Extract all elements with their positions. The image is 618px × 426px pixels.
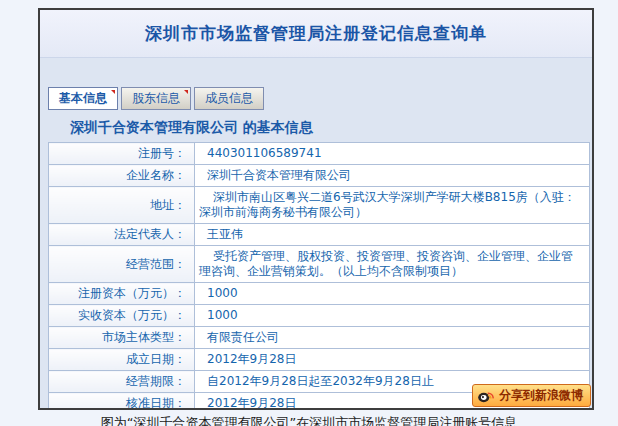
title-band: 深圳市市场监督管理局注册登记信息查询单 [40, 10, 592, 58]
share-to-weibo-button[interactable]: 分享到新浪微博 [472, 384, 591, 407]
row-label: 地址： [49, 187, 195, 224]
row-label: 核准日期： [49, 393, 195, 411]
row-label: 市场主体类型： [49, 327, 195, 349]
row-value: 深圳千合资本管理有限公司 [195, 165, 590, 187]
row-label: 法定代表人： [49, 224, 195, 246]
table-row: 企业名称：深圳千合资本管理有限公司 [49, 165, 590, 187]
row-label: 注册资本（万元）： [49, 283, 195, 305]
bottom-caption: 图为“深圳千合资本管理有限公司”在深圳市市场监督管理局注册账号信息 [0, 414, 618, 426]
table-row: 注册号：440301106589741 [49, 143, 590, 165]
new-marker-icon [111, 90, 115, 94]
info-table-body: 注册号：440301106589741企业名称：深圳千合资本管理有限公司地址：深… [49, 143, 590, 411]
row-value: 1000 [195, 283, 590, 305]
row-value: 受托资产管理、股权投资、投资管理、投资咨询、企业管理、企业管理咨询、企业营销策划… [195, 246, 590, 283]
row-label: 实收资本（万元）： [49, 305, 195, 327]
table-row: 法定代表人：王亚伟 [49, 224, 590, 246]
tab-shareholder-info[interactable]: 股东信息 [121, 87, 191, 110]
row-value: 王亚伟 [195, 224, 590, 246]
row-label: 注册号： [49, 143, 195, 165]
row-label: 成立日期： [49, 349, 195, 371]
row-value: 2012年9月28日 [195, 349, 590, 371]
new-marker-icon [184, 90, 188, 94]
table-row: 成立日期：2012年9月28日 [49, 349, 590, 371]
tab-label: 成员信息 [205, 91, 253, 105]
share-button-label: 分享到新浪微博 [499, 387, 583, 404]
info-table: 注册号：440301106589741企业名称：深圳千合资本管理有限公司地址：深… [48, 142, 590, 410]
row-label: 经营期限： [49, 371, 195, 393]
table-row: 注册资本（万元）：1000 [49, 283, 590, 305]
row-value: 深圳市南山区粤兴二道6号武汉大学深圳产学研大楼B815房（入驻：深圳市前海商务秘… [195, 187, 590, 224]
section-title: 深圳千合资本管理有限公司 的基本信息 [70, 119, 592, 137]
tab-label: 基本信息 [59, 91, 107, 105]
row-value: 440301106589741 [195, 143, 590, 165]
query-panel: 深圳市市场监督管理局注册登记信息查询单 基本信息股东信息成员信息 深圳千合资本管… [38, 8, 594, 410]
page-title: 深圳市市场监督管理局注册登记信息查询单 [145, 22, 487, 45]
row-label: 企业名称： [49, 165, 195, 187]
tab-bar: 基本信息股东信息成员信息 [48, 87, 592, 110]
weibo-icon [477, 388, 495, 403]
table-row: 市场主体类型：有限责任公司 [49, 327, 590, 349]
row-value: 1000 [195, 305, 590, 327]
table-row: 经营范围：受托资产管理、股权投资、投资管理、投资咨询、企业管理、企业管理咨询、企… [49, 246, 590, 283]
tab-member-info[interactable]: 成员信息 [194, 87, 264, 110]
tab-basic-info[interactable]: 基本信息 [48, 87, 118, 110]
row-value: 有限责任公司 [195, 327, 590, 349]
table-row: 实收资本（万元）：1000 [49, 305, 590, 327]
row-label: 经营范围： [49, 246, 195, 283]
table-row: 地址：深圳市南山区粤兴二道6号武汉大学深圳产学研大楼B815房（入驻：深圳市前海… [49, 187, 590, 224]
tab-label: 股东信息 [132, 91, 180, 105]
